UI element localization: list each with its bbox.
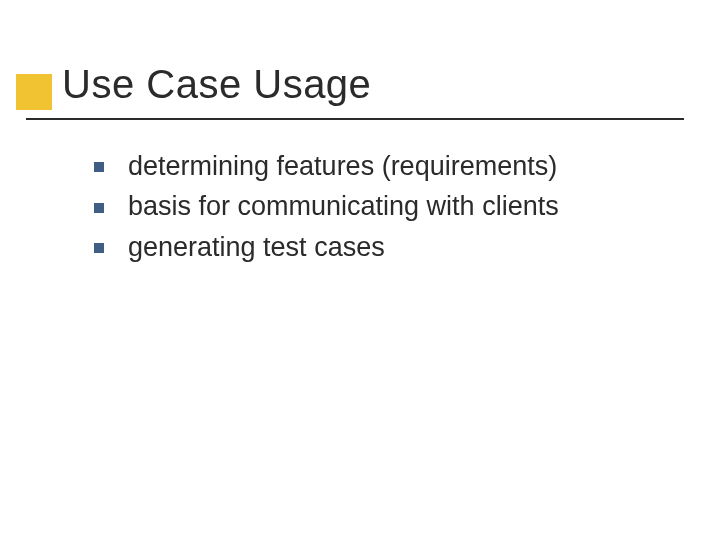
- list-item: generating test cases: [94, 229, 660, 265]
- title-underline: [26, 118, 684, 120]
- bullet-list: determining features (requirements) basi…: [94, 148, 660, 265]
- slide-title: Use Case Usage: [62, 62, 680, 113]
- square-bullet-icon: [94, 203, 104, 213]
- body-area: determining features (requirements) basi…: [94, 148, 660, 269]
- bullet-text: generating test cases: [128, 229, 385, 265]
- slide: Use Case Usage determining features (req…: [0, 0, 720, 540]
- title-area: Use Case Usage: [62, 62, 680, 113]
- accent-square: [16, 74, 52, 110]
- bullet-text: determining features (requirements): [128, 148, 557, 184]
- square-bullet-icon: [94, 162, 104, 172]
- square-bullet-icon: [94, 243, 104, 253]
- bullet-text: basis for communicating with clients: [128, 188, 559, 224]
- list-item: basis for communicating with clients: [94, 188, 660, 224]
- list-item: determining features (requirements): [94, 148, 660, 184]
- title-underline-left: [26, 118, 54, 120]
